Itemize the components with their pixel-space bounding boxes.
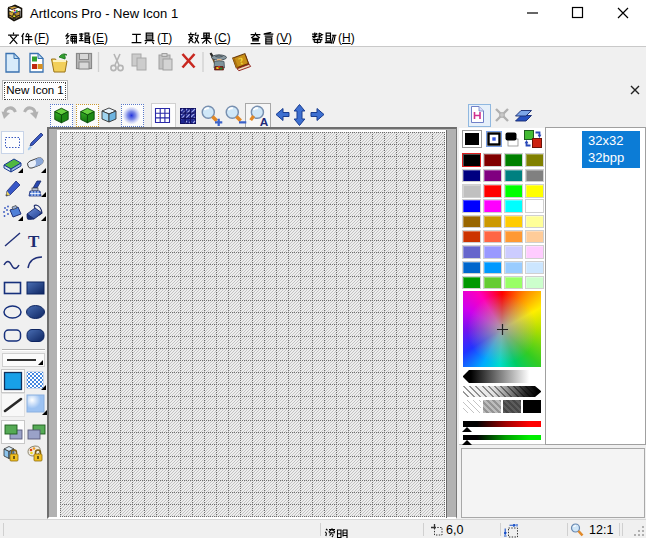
svg-text:A: A xyxy=(260,115,269,128)
svg-text:T: T xyxy=(28,232,40,251)
